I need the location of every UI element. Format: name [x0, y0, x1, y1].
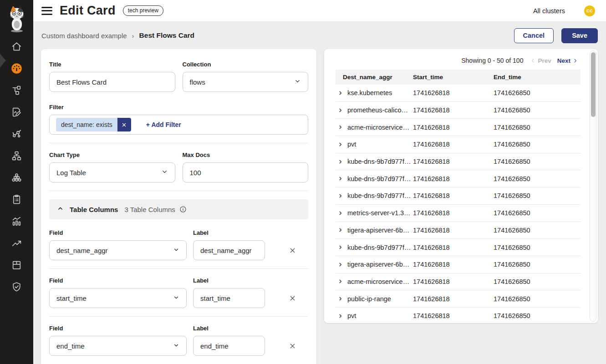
column-header-end[interactable]: End_time [491, 74, 581, 81]
expand-row-chevron-icon[interactable] [338, 296, 343, 301]
column-label-input[interactable] [193, 288, 265, 308]
chevron-up-icon[interactable] [57, 205, 64, 214]
field-select[interactable]: dest_name_aggr [49, 240, 187, 260]
table-columns-section-header[interactable]: Table Columns 3 Table Columns [49, 199, 308, 219]
dest-name-value: kube-dns-9b7d977f… [347, 192, 411, 199]
page-title: Edit Card [60, 4, 116, 18]
collection-select[interactable]: flows [183, 72, 309, 92]
table-row[interactable]: kube-dns-9b7d977f… 1741626818 1741626850 [336, 187, 581, 205]
table-row[interactable]: kse.kubernetes 1741626818 1741626850 [336, 85, 581, 102]
dest-name-cell: metrics-server-v1.3… [336, 209, 411, 217]
security-icon [11, 281, 22, 293]
sidebar-item-logs[interactable] [0, 101, 33, 123]
field-rows: Field dest_name_aggr Label [49, 219, 308, 356]
sidebar-item-network-graph[interactable] [0, 123, 33, 145]
save-button[interactable]: Save [561, 28, 598, 43]
expand-row-chevron-icon[interactable] [338, 193, 343, 198]
service-graph-icon [11, 85, 22, 96]
dest-name-cell: public-ip-range [336, 295, 411, 303]
dest-name-value: pvt [347, 312, 356, 319]
column-config-row: Field dest_name_aggr Label [49, 229, 308, 269]
logs-icon [11, 106, 22, 118]
hamburger-menu-icon[interactable] [41, 7, 52, 15]
sidebar-item-trends[interactable] [0, 232, 33, 254]
expand-row-chevron-icon[interactable] [338, 228, 343, 233]
next-page-button[interactable]: Next [557, 57, 578, 64]
column-label-input[interactable] [193, 336, 265, 356]
expand-row-chevron-icon[interactable] [338, 176, 343, 181]
remove-column-button[interactable] [286, 336, 298, 356]
table-row[interactable]: pvt 1741626818 1741626850 [336, 136, 581, 153]
top-bar: Edit Card tech preview All clusters CC [33, 0, 606, 22]
filter-box[interactable]: dest_name: exists + Add Filter [49, 115, 308, 135]
expand-row-chevron-icon[interactable] [338, 211, 343, 216]
end-time-value: 1741626850 [491, 124, 581, 131]
breadcrumb-parent[interactable]: Custom dashboard example [41, 32, 127, 40]
expand-row-chevron-icon[interactable] [338, 108, 343, 113]
dest-name-cell: pvt [336, 141, 411, 148]
table-row[interactable]: pvt 1741626818 1741626850 [336, 308, 581, 323]
table-row[interactable]: kube-dns-9b7d977f… 1741626818 1741626850 [336, 239, 581, 256]
expand-row-chevron-icon[interactable] [338, 159, 343, 164]
max-docs-input[interactable] [183, 162, 309, 182]
breadcrumb-bar: Custom dashboard example › Best Flows Ca… [33, 22, 606, 49]
expand-row-chevron-icon[interactable] [338, 279, 343, 284]
divider [49, 191, 308, 191]
breadcrumb-separator: › [132, 32, 134, 40]
start-time-value: 1741626818 [411, 89, 491, 96]
compliance-icon [11, 194, 22, 205]
calico-cat-logo[interactable] [0, 0, 33, 35]
sidebar-item-reports[interactable] [0, 210, 33, 232]
prev-page-button[interactable]: Prev [530, 57, 551, 64]
info-icon[interactable] [179, 206, 187, 213]
chevron-down-icon [173, 247, 179, 254]
chart-type-select[interactable]: Log Table [49, 162, 175, 182]
sidebar-item-clusters[interactable] [0, 167, 33, 188]
table-row[interactable]: tigera-apiserver-6b… 1741626818 17416268… [336, 222, 581, 239]
table-row[interactable]: metrics-server-v1.3… 1741626818 17416268… [336, 205, 581, 222]
breadcrumb-current: Best Flows Card [139, 31, 194, 40]
table-row[interactable]: acme-microservice… 1741626818 1741626850 [336, 273, 581, 291]
table-row[interactable]: acme-microservice… 1741626818 1741626850 [336, 119, 581, 136]
title-input[interactable] [49, 72, 175, 92]
column-header-start[interactable]: Start_time [411, 74, 491, 81]
sidebar-item-inventory[interactable] [0, 254, 33, 276]
trends-icon [11, 238, 22, 249]
table-row[interactable]: public-ip-range 1741626818 1741626850 [336, 290, 581, 308]
field-select[interactable]: end_time [49, 336, 187, 356]
remove-column-button[interactable] [286, 288, 298, 308]
sidebar-item-compliance[interactable] [0, 188, 33, 210]
expand-row-chevron-icon[interactable] [338, 125, 343, 130]
table-row[interactable]: tigera-apiserver-6b… 1741626818 17416268… [336, 256, 581, 273]
start-time-value: 1741626818 [411, 175, 491, 182]
avatar[interactable]: CC [584, 5, 595, 16]
sidebar-item-security[interactable] [0, 276, 33, 298]
table-row[interactable]: prometheus-calico… 1741626818 1741626850 [336, 102, 581, 119]
expand-row-chevron-icon[interactable] [338, 262, 343, 267]
sidebar-item-tree-view[interactable] [0, 145, 33, 167]
remove-filter-button[interactable] [117, 118, 131, 131]
column-label-input[interactable] [193, 240, 265, 260]
expand-row-chevron-icon[interactable] [338, 313, 343, 318]
start-time-value: 1741626818 [411, 261, 491, 268]
inventory-icon [11, 259, 22, 271]
cluster-selector[interactable]: All clusters [533, 7, 565, 15]
scrollbar-thumb[interactable] [591, 52, 596, 117]
divider [49, 316, 308, 317]
cancel-button[interactable]: Cancel [514, 28, 554, 43]
network-graph-icon [11, 128, 22, 140]
field-select[interactable]: start_time [49, 288, 187, 308]
end-time-value: 1741626850 [491, 244, 581, 251]
start-time-value: 1741626818 [411, 192, 491, 199]
table-row[interactable]: kube-dns-9b7d977f… 1741626818 1741626850 [336, 153, 581, 171]
sidebar-item-service-graph[interactable] [0, 79, 33, 101]
expand-row-chevron-icon[interactable] [338, 91, 343, 96]
column-header-dest[interactable]: Dest_name_aggr [336, 74, 411, 81]
add-filter-link[interactable]: + Add Filter [146, 121, 181, 128]
expand-row-chevron-icon[interactable] [338, 245, 343, 250]
remove-column-button[interactable] [286, 240, 298, 260]
table-row[interactable]: kube-dns-9b7d977f… 1741626818 1741626850 [336, 170, 581, 187]
dest-name-value: kse.kubernetes [347, 89, 392, 96]
dest-name-cell: prometheus-calico… [336, 106, 411, 114]
expand-row-chevron-icon[interactable] [338, 142, 343, 147]
